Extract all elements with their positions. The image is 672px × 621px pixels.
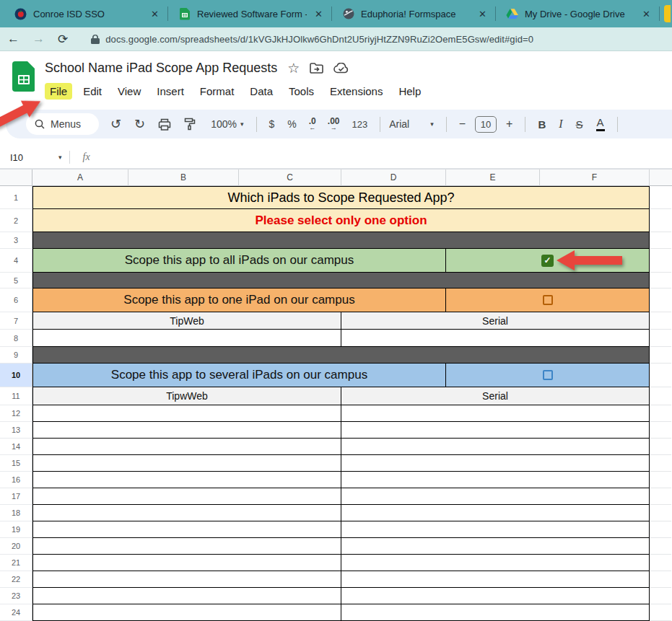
browser-tab[interactable]: Reviewed Software Form - Ver.✕	[170, 0, 330, 27]
row-header-3[interactable]: 3	[0, 232, 32, 249]
menu-help[interactable]: Help	[393, 83, 426, 100]
cell-r2[interactable]: Please select only one option	[33, 209, 649, 232]
font-select[interactable]: Arial▾	[389, 118, 434, 130]
chevron-down-icon[interactable]: ▾	[58, 154, 62, 161]
menus-search[interactable]: Menus	[26, 113, 99, 135]
cell-r13-left[interactable]	[33, 422, 341, 438]
row-header-20[interactable]: 20	[0, 538, 32, 555]
checkbox-checked[interactable]: ✓	[541, 255, 554, 267]
row-header-16[interactable]: 16	[0, 472, 32, 488]
cell-r7-right[interactable]: Serial	[341, 312, 649, 329]
cell-r15-right[interactable]	[341, 455, 649, 471]
row-header-12[interactable]: 12	[0, 405, 32, 422]
browser-tab[interactable]: My Drive - Google Drive✕	[497, 0, 658, 27]
row-header-17[interactable]: 17	[0, 488, 32, 505]
address-bar[interactable]: docs.google.com/spreadsheets/d/1kVGJkHJO…	[91, 34, 533, 45]
menu-insert[interactable]: Insert	[152, 83, 189, 100]
cell-r21-left[interactable]	[33, 555, 341, 571]
name-box[interactable]: I10	[0, 152, 55, 163]
increase-font-size-button[interactable]: +	[506, 118, 512, 131]
cell-r19-right[interactable]	[341, 521, 649, 537]
cell-r3-separator[interactable]	[33, 232, 649, 248]
url-text[interactable]: docs.google.com/spreadsheets/d/1kVGJkHJO…	[105, 34, 533, 45]
cell-r16-left[interactable]	[33, 472, 341, 488]
cell-r12-left[interactable]	[33, 405, 341, 421]
row-header-8[interactable]: 8	[0, 330, 32, 347]
cell-r20-left[interactable]	[33, 538, 341, 554]
format-percent-button[interactable]: %	[287, 118, 296, 130]
format-currency-button[interactable]: $	[269, 118, 275, 130]
text-color-button[interactable]: A	[596, 117, 605, 131]
cell-r9-separator[interactable]	[33, 347, 649, 363]
print-icon[interactable]	[158, 118, 171, 131]
cell-r24-right[interactable]	[341, 604, 649, 620]
row-header-7[interactable]: 7	[0, 312, 32, 330]
cell-r8-left[interactable]	[33, 330, 341, 346]
font-size-input[interactable]: 10	[475, 116, 497, 133]
tab-close-icon[interactable]: ✕	[641, 9, 652, 19]
column-header-f[interactable]: F	[540, 169, 650, 186]
cell-r10-checkbox-cell[interactable]	[446, 364, 649, 387]
undo-icon[interactable]: ↺	[110, 116, 121, 132]
tab-close-icon[interactable]: ✕	[149, 9, 160, 19]
row-header-19[interactable]: 19	[0, 521, 32, 538]
strikethrough-button[interactable]: S	[576, 118, 583, 131]
cell-r20-right[interactable]	[341, 538, 649, 554]
menu-file[interactable]: File	[45, 83, 72, 100]
cloud-saved-icon[interactable]	[333, 63, 349, 74]
cell-r19-left[interactable]	[33, 521, 341, 537]
zoom-select[interactable]: 100%▾	[211, 118, 243, 130]
star-icon[interactable]: ☆	[287, 60, 300, 76]
row-header-22[interactable]: 22	[0, 571, 32, 588]
row-header-4[interactable]: 4	[0, 249, 32, 273]
cell-r23-right[interactable]	[341, 588, 649, 604]
row-header-5[interactable]: 5	[0, 273, 32, 289]
decrease-font-size-button[interactable]: −	[459, 118, 466, 131]
cell-r11-right[interactable]: Serial	[341, 387, 649, 405]
row-header-10[interactable]: 10	[0, 364, 32, 387]
row-header-1[interactable]: 1	[0, 186, 32, 209]
row-header-11[interactable]: 11	[0, 387, 32, 405]
column-header-b[interactable]: B	[128, 169, 239, 186]
cell-r21-right[interactable]	[341, 555, 649, 571]
move-folder-icon[interactable]	[310, 63, 323, 74]
column-header-d[interactable]: D	[341, 169, 446, 186]
cell-r14-left[interactable]	[33, 439, 341, 454]
row-header-14[interactable]: 14	[0, 439, 32, 455]
column-header-e[interactable]: E	[446, 169, 540, 186]
column-header-c[interactable]: C	[239, 169, 341, 186]
reload-icon[interactable]: ⟳	[58, 32, 68, 47]
increase-decimal-button[interactable]: .00→	[328, 117, 340, 131]
row-header-2[interactable]: 2	[0, 209, 32, 232]
forward-icon[interactable]: →	[32, 32, 45, 46]
menu-format[interactable]: Format	[195, 83, 240, 100]
row-header-21[interactable]: 21	[0, 555, 32, 571]
checkbox-unchecked[interactable]	[543, 370, 553, 380]
decrease-decimal-button[interactable]: .0←	[309, 117, 316, 131]
cell-r24-left[interactable]	[33, 604, 341, 620]
cell-r4-label[interactable]: Scope this app to all iPads on our campu…	[33, 249, 446, 272]
cell-r11-left[interactable]: TipwWeb	[33, 387, 341, 405]
browser-tab[interactable]: Conroe ISD SSO✕	[6, 0, 166, 27]
cell-r18-left[interactable]	[33, 505, 341, 521]
cell-r7-left[interactable]: TipWeb	[33, 312, 341, 329]
italic-button[interactable]: I	[559, 118, 562, 131]
menu-edit[interactable]: Edit	[78, 83, 107, 100]
cell-r10-label[interactable]: Scope this app to several iPads on our c…	[33, 364, 446, 387]
row-header-6[interactable]: 6	[0, 289, 32, 312]
cell-r12-right[interactable]	[341, 405, 649, 421]
cell-r17-right[interactable]	[341, 488, 649, 504]
row-header-23[interactable]: 23	[0, 588, 32, 604]
menu-extensions[interactable]: Extensions	[325, 83, 388, 100]
row-header-13[interactable]: 13	[0, 422, 32, 439]
cell-r14-right[interactable]	[341, 439, 649, 454]
sheets-logo-icon[interactable]	[12, 61, 35, 92]
cell-r15-left[interactable]	[33, 455, 341, 471]
cell-r8-right[interactable]	[341, 330, 649, 346]
menu-view[interactable]: View	[113, 83, 146, 100]
menu-data[interactable]: Data	[245, 83, 278, 100]
cell-r22-left[interactable]	[33, 571, 341, 587]
browser-tab[interactable]: Eduphoria! Formspace✕	[333, 0, 494, 27]
cell-r13-right[interactable]	[341, 422, 649, 438]
row-header-9[interactable]: 9	[0, 347, 32, 364]
